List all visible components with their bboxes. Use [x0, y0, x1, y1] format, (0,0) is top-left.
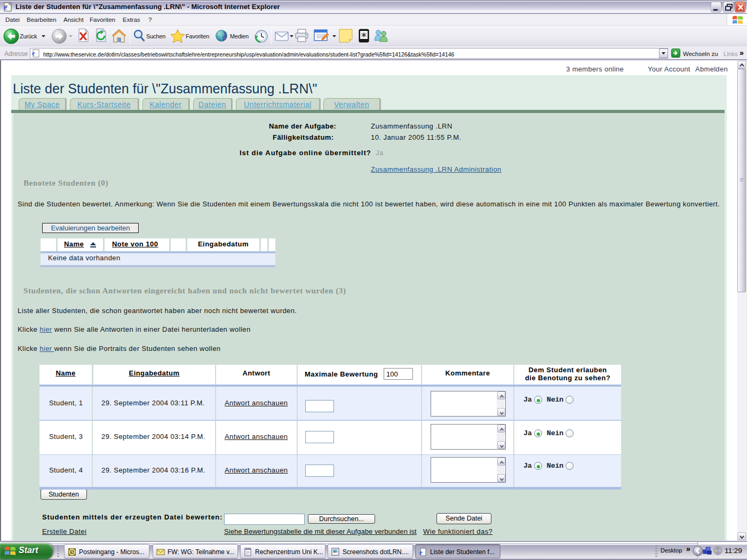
svg-text:e: e: [4, 3, 7, 11]
svg-text:e: e: [32, 50, 35, 57]
svg-text:e: e: [419, 548, 423, 556]
